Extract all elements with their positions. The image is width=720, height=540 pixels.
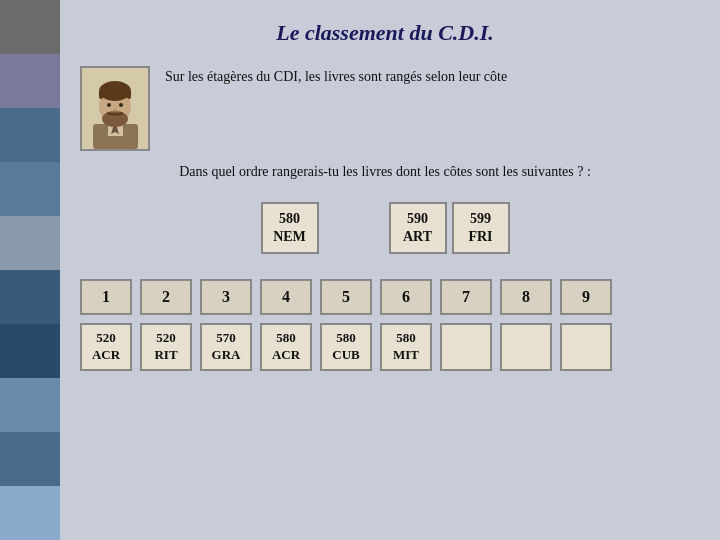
page-title: Le classement du C.D.I.	[80, 20, 690, 46]
book2-line2: ART	[403, 228, 432, 246]
intro-text: Sur les étagères du CDI, les livres sont…	[165, 66, 507, 87]
sidebar-block-5	[0, 216, 60, 270]
number-box-1[interactable]: 1	[80, 279, 132, 315]
value-box-8[interactable]	[500, 323, 552, 371]
value-box-4[interactable]: 580 ACR	[260, 323, 312, 371]
sidebar-block-8	[0, 378, 60, 432]
left-sidebar	[0, 0, 60, 540]
main-content: Le classement du C.D.I.	[60, 0, 720, 540]
value-box-6[interactable]: 580 MIT	[380, 323, 432, 371]
sidebar-block-6	[0, 270, 60, 324]
number-box-3[interactable]: 3	[200, 279, 252, 315]
numbers-row: 1 2 3 4 5 6 7 8 9	[80, 279, 690, 315]
number-box-8[interactable]: 8	[500, 279, 552, 315]
values-row: 520 ACR 520 RIT 570 GRA 580 ACR 580 CUB …	[80, 323, 690, 371]
book3-line1: 599	[470, 210, 491, 228]
number-box-9[interactable]: 9	[560, 279, 612, 315]
sidebar-block-2	[0, 54, 60, 108]
answer-section: 1 2 3 4 5 6 7 8 9	[80, 279, 690, 371]
book1-line1: 580	[279, 210, 300, 228]
books-row: 580 NEM 590 ART 599 FRI	[80, 202, 690, 254]
number-box-5[interactable]: 5	[320, 279, 372, 315]
value-box-2[interactable]: 520 RIT	[140, 323, 192, 371]
value-box-3[interactable]: 570 GRA	[200, 323, 252, 371]
svg-point-10	[119, 103, 123, 107]
book-card-1: 580 NEM	[261, 202, 319, 254]
sidebar-block-1	[0, 0, 60, 54]
sidebar-block-7	[0, 324, 60, 378]
book2-line1: 590	[407, 210, 428, 228]
svg-point-8	[102, 111, 128, 127]
svg-rect-6	[99, 91, 103, 99]
number-box-4[interactable]: 4	[260, 279, 312, 315]
value-box-7[interactable]	[440, 323, 492, 371]
number-box-6[interactable]: 6	[380, 279, 432, 315]
svg-point-9	[107, 103, 111, 107]
sidebar-block-3	[0, 108, 60, 162]
sidebar-block-10	[0, 486, 60, 540]
portrait-image	[80, 66, 150, 151]
sidebar-block-4	[0, 162, 60, 216]
svg-rect-7	[127, 91, 131, 99]
book-card-2: 590 ART	[389, 202, 447, 254]
sidebar-block-9	[0, 432, 60, 486]
book1-line2: NEM	[273, 228, 306, 246]
book3-line2: FRI	[468, 228, 492, 246]
svg-point-5	[99, 81, 131, 101]
question-text: Dans quel ordre rangerais-tu les livres …	[80, 161, 690, 182]
value-box-9[interactable]	[560, 323, 612, 371]
book-card-3: 599 FRI	[452, 202, 510, 254]
number-box-7[interactable]: 7	[440, 279, 492, 315]
value-box-1[interactable]: 520 ACR	[80, 323, 132, 371]
svg-point-11	[113, 108, 117, 111]
value-box-5[interactable]: 580 CUB	[320, 323, 372, 371]
number-box-2[interactable]: 2	[140, 279, 192, 315]
intro-section: Sur les étagères du CDI, les livres sont…	[80, 66, 690, 151]
